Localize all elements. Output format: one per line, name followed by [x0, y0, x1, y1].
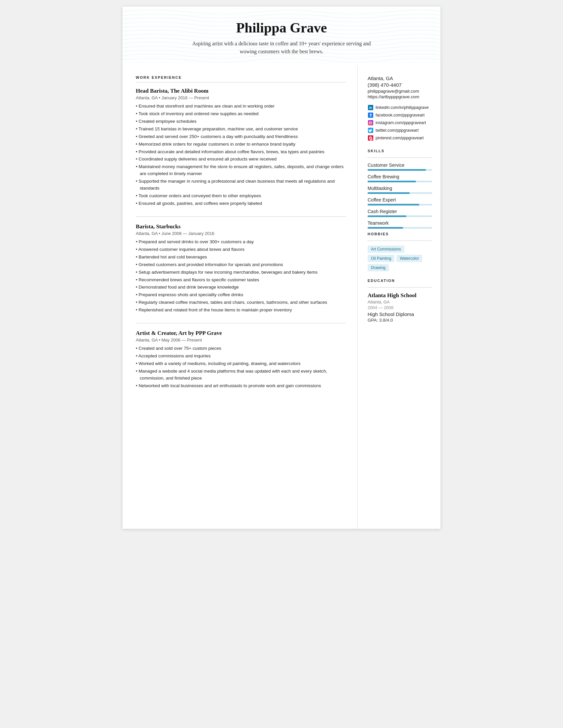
skill-bar-bg-2: [368, 192, 432, 194]
job-meta-0: Atlanta, GA • January 2016 — Present: [136, 95, 346, 100]
bullet-1-2: Bartended hot and cold beverages: [136, 254, 346, 261]
skill-bar-fill-5: [368, 227, 403, 229]
resume-page: Philippa Grave Aspiring artist with a de…: [122, 7, 441, 529]
contact-city: Atlanta, GA: [368, 75, 432, 81]
bullet-1-8: Regularly cleaned coffee machines, table…: [136, 299, 346, 306]
bullet-0-1: Took stock of inventory and ordered new …: [136, 111, 346, 117]
bullet-0-5: Memorized drink orders for regular custo…: [136, 141, 346, 148]
social-pinterest: pinterest.com/pppgraveart: [368, 135, 432, 141]
edu-degree-0: High School Diploma: [368, 311, 432, 317]
hobby-tag-1: Oil Painting: [368, 255, 395, 262]
hobby-tag-0: Art Commissions: [368, 246, 404, 253]
bullet-2-1: Accepted commissions and inquiries: [136, 353, 346, 360]
header-content: Philippa Grave Aspiring artist with a de…: [129, 20, 434, 56]
bullet-0-4: Greeted and served over 250+ customers a…: [136, 133, 346, 140]
bullet-2-0: Created and sold over 75+ custom pieces: [136, 345, 346, 352]
skill-bar-bg-0: [368, 169, 432, 171]
hobby-tag-2: Watercolor: [397, 255, 422, 262]
skill-item-5: Teamwork: [368, 220, 432, 229]
skills-divider: [368, 158, 432, 158]
bullet-2-2: Worked with a variety of mediums, includ…: [136, 360, 346, 367]
skill-bar-fill-2: [368, 192, 410, 194]
bullet-0-6: Provided accurate and detailed informati…: [136, 149, 346, 156]
skill-bar-bg-1: [368, 181, 432, 182]
skill-name-3: Coffee Expert: [368, 197, 432, 203]
skill-item-1: Coffee Brewing: [368, 174, 432, 182]
bullet-1-3: Greeted customers and provided informati…: [136, 261, 346, 268]
social-instagram: instagram.com/pppgraveart: [368, 120, 432, 126]
job-title-0: Head Barista, The Alibi Room: [136, 88, 346, 94]
skill-name-0: Customer Service: [368, 162, 432, 168]
bullet-0-2: Created employee schedules: [136, 118, 346, 125]
facebook-handle: facebook.com/pppgraveart: [376, 113, 425, 117]
job-meta-2: Atlanta, GA • May 2006 — Present: [136, 338, 346, 342]
education-label: EDUCATION: [368, 279, 432, 283]
instagram-icon: [368, 120, 374, 126]
skills-container: Customer Service Coffee Brewing Multitas…: [368, 162, 432, 229]
skill-bar-bg-3: [368, 204, 432, 205]
job-bullets-2: Created and sold over 75+ custom pieces …: [136, 345, 346, 389]
job-bullets-1: Prepared and served drinks to over 300+ …: [136, 239, 346, 314]
skill-item-0: Customer Service: [368, 162, 432, 171]
contact-email: philippagrave@gmail.com: [368, 89, 432, 94]
bullet-1-5: Recommended brews and flavors to specifi…: [136, 277, 346, 284]
header-section: Philippa Grave Aspiring artist with a de…: [122, 7, 441, 66]
instagram-handle: instagram.com/pppgraveart: [376, 120, 426, 125]
contact-phone: (398) 470-4407: [368, 82, 432, 88]
job-title-2: Artist & Creator, Art by PPP Grave: [136, 330, 346, 337]
contact-website: https://artbypppgrave.com: [368, 94, 432, 99]
bullet-0-3: Trained 15 baristas in beverage preparat…: [136, 126, 346, 133]
bullet-1-1: Answered customer inquiries about brews …: [136, 246, 346, 253]
skill-bar-bg-5: [368, 227, 432, 229]
skill-bar-fill-1: [368, 181, 416, 182]
bullet-0-7: Coordinated supply deliveries and ensure…: [136, 156, 346, 163]
job-entry-2: Artist & Creator, Art by PPP Grave Atlan…: [136, 330, 346, 389]
bullet-2-4: Networked with local businesses and art …: [136, 383, 346, 389]
bullet-1-9: Replenished and rotated front of the hou…: [136, 307, 346, 314]
right-column: Atlanta, GA (398) 470-4407 philippagrave…: [358, 66, 441, 529]
bullet-1-4: Setup advertisement displays for new inc…: [136, 269, 346, 276]
skill-item-4: Cash Register: [368, 209, 432, 217]
hobbies-divider: [368, 241, 432, 241]
education-divider: [368, 287, 432, 288]
twitter-icon: [368, 127, 374, 133]
social-twitter: twitter.com/pppgraveart: [368, 127, 432, 133]
bullet-1-0: Prepared and served drinks to over 300+ …: [136, 239, 346, 246]
education-entry-0: Atlanta High School Atlanta, GA 2004 — 2…: [368, 292, 432, 323]
divider-2: [136, 323, 346, 323]
social-list: in linkedin.com/in/philippagrave faceboo…: [368, 105, 432, 141]
linkedin-icon: in: [368, 105, 374, 111]
job-entry-0: Head Barista, The Alibi Room Atlanta, GA…: [136, 88, 346, 207]
pinterest-handle: pinterest.com/pppgraveart: [376, 136, 424, 140]
work-experience-label: WORK EXPERIENCE: [136, 75, 346, 79]
skill-item-2: Multitasking: [368, 186, 432, 194]
candidate-name: Philippa Grave: [129, 20, 434, 36]
hobbies-section: HOBBIES Art CommissionsOil PaintingWater…: [368, 232, 432, 271]
edu-location-0: Atlanta, GA: [368, 299, 432, 304]
facebook-icon: [368, 112, 374, 118]
bullet-0-11: Ensured all goods, pastries, and coffees…: [136, 200, 346, 207]
skill-bar-bg-4: [368, 215, 432, 217]
skill-name-1: Coffee Brewing: [368, 174, 432, 179]
left-column: WORK EXPERIENCE Head Barista, The Alibi …: [122, 66, 358, 529]
hobbies-label: HOBBIES: [368, 232, 432, 236]
hobby-tags: Art CommissionsOil PaintingWatercolorDra…: [368, 246, 432, 271]
candidate-subtitle: Aspiring artist with a delicious taste i…: [185, 40, 378, 56]
edu-years-0: 2004 — 2008: [368, 305, 432, 310]
edu-school-0: Atlanta High School: [368, 292, 432, 299]
bullet-1-7: Prepared espresso shots and speciality c…: [136, 292, 346, 298]
body-layout: WORK EXPERIENCE Head Barista, The Alibi …: [122, 66, 441, 529]
hobby-tag-3: Drawing: [368, 264, 389, 271]
edu-gpa-0: GPA: 3.8/4.0: [368, 318, 432, 323]
skill-name-2: Multitasking: [368, 186, 432, 191]
bullet-1-6: Demonstrated food and drink beverage kno…: [136, 284, 346, 291]
social-linkedin: in linkedin.com/in/philippagrave: [368, 105, 432, 111]
work-section-divider: [136, 82, 346, 82]
svg-rect-1: [368, 120, 373, 125]
skill-bar-fill-0: [368, 169, 426, 171]
job-meta-1: Atlanta, GA • June 2008 — January 2016: [136, 231, 346, 236]
twitter-handle: twitter.com/pppgraveart: [376, 128, 419, 133]
bullet-0-8: Maintained money management for the stor…: [136, 163, 346, 177]
bullet-0-0: Ensured that storefront and machines are…: [136, 103, 346, 110]
pinterest-icon: [368, 135, 374, 141]
